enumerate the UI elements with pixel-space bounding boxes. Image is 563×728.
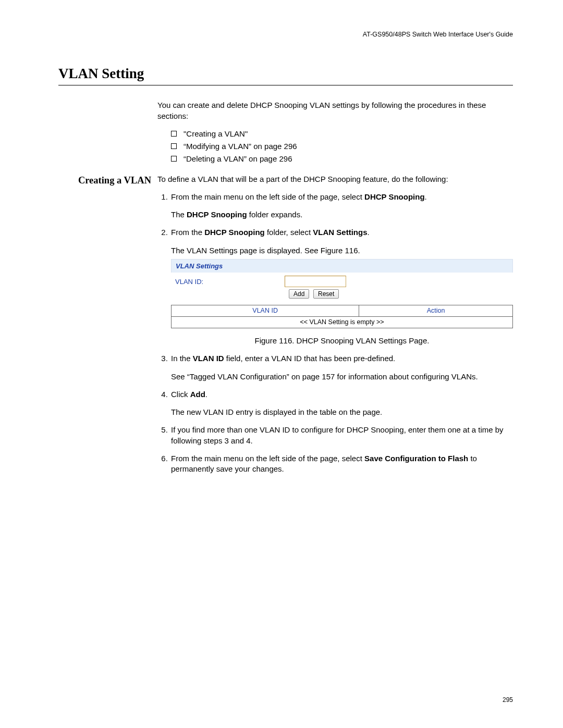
panel-title: VLAN Settings (171, 259, 513, 273)
col-header-action: Action (359, 305, 513, 317)
step-text: . (425, 192, 427, 201)
term-add: Add (190, 390, 205, 399)
procedure-list: From the main menu on the left side of t… (157, 192, 513, 475)
col-header-vlanid: VLAN ID (172, 305, 359, 317)
vlan-settings-panel: VLAN Settings VLAN ID: Add Reset VLAN ID (171, 259, 513, 328)
step-result: The new VLAN ID entry is displayed in th… (171, 407, 513, 417)
term-dhcp-snooping: DHCP Snooping (364, 192, 425, 201)
toc-list: "Creating a VLAN" “Modifying a VLAN” on … (171, 129, 513, 165)
step: From the main menu on the left side of t… (170, 453, 513, 475)
step-text: From the main menu on the left side of t… (171, 192, 364, 201)
intro-paragraph: You can create and delete DHCP Snooping … (157, 100, 513, 121)
step-result: The DHCP Snooping folder expands. (171, 209, 513, 220)
term-save-config: Save Configuration to Flash (364, 454, 468, 463)
page-number: 295 (503, 696, 513, 704)
toc-item: "Creating a VLAN" (171, 129, 513, 139)
step-text: folder expands. (247, 210, 303, 219)
page-title: VLAN Setting (58, 64, 513, 85)
step-result: The VLAN Settings page is displayed. See… (171, 245, 513, 256)
step-text: field, enter a VLAN ID that has been pre… (224, 354, 396, 363)
toc-item: “Deleting a VLAN” on page 296 (171, 154, 513, 164)
step: From the main menu on the left side of t… (170, 192, 513, 220)
vlan-table: VLAN ID Action << VLAN Setting is empty … (171, 305, 513, 328)
step-text: folder, select (265, 228, 313, 237)
step-text: . (205, 390, 207, 399)
table-empty-row: << VLAN Setting is empty >> (172, 317, 513, 328)
term-vlan-id: VLAN ID (193, 354, 224, 363)
subsection-heading: Creating a VLAN (57, 174, 151, 187)
step-text: . (367, 228, 369, 237)
step-result: See “Tagged VLAN Configuration” on page … (171, 372, 513, 382)
figure-caption: Figure 116. DHCP Snooping VLAN Settings … (171, 336, 513, 346)
step: If you find more than one VLAN ID to con… (170, 425, 513, 446)
add-button[interactable]: Add (289, 289, 309, 299)
term-vlan-settings: VLAN Settings (313, 228, 367, 237)
step-text: In the (171, 354, 193, 363)
step-text: The (171, 210, 187, 219)
term-dhcp-snooping: DHCP Snooping (204, 228, 265, 237)
toc-item: “Modifying a VLAN” on page 296 (171, 141, 513, 152)
step-text: Click (171, 390, 190, 399)
vlan-id-input[interactable] (285, 276, 346, 287)
step: From the DHCP Snooping folder, select VL… (170, 227, 513, 346)
running-header: AT-GS950/48PS Switch Web Interface User'… (58, 30, 513, 39)
step-text: From the (171, 228, 204, 237)
vlan-id-label: VLAN ID: (175, 277, 285, 287)
subsection-lead: To define a VLAN that will be a part of … (157, 174, 513, 184)
reset-button[interactable]: Reset (313, 289, 339, 299)
step: In the VLAN ID field, enter a VLAN ID th… (170, 353, 513, 382)
term-dhcp-snooping: DHCP Snooping (187, 210, 247, 219)
step: Click Add. The new VLAN ID entry is disp… (170, 389, 513, 418)
step-text: From the main menu on the left side of t… (171, 454, 364, 463)
